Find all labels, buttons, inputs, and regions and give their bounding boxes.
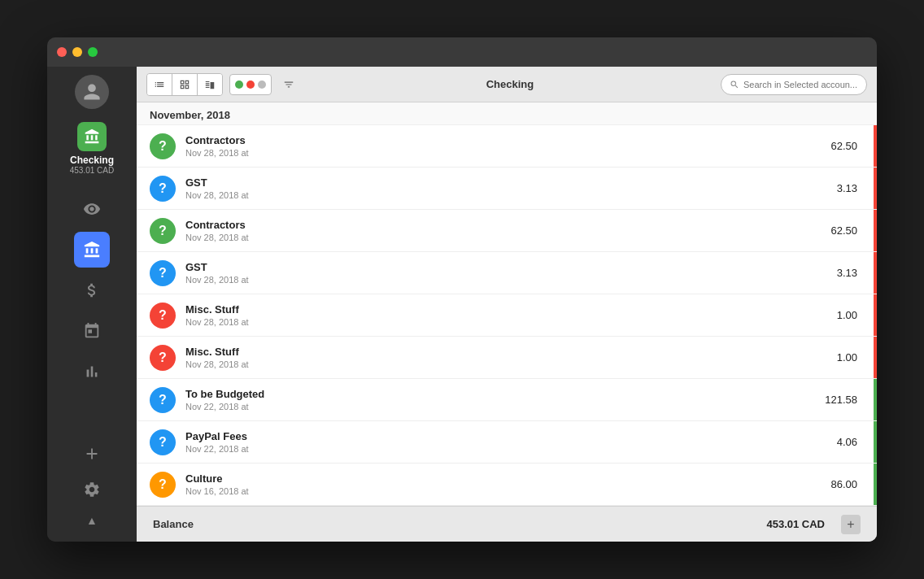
filter-dot-green[interactable] bbox=[235, 81, 243, 89]
transaction-name: To be Budgeted bbox=[185, 388, 825, 400]
transaction-row[interactable]: ?ContractorsNov 28, 2018 at62.50 bbox=[137, 125, 877, 168]
transaction-icon: ? bbox=[150, 218, 176, 244]
transaction-details: To be BudgetedNov 22, 2018 at bbox=[185, 388, 825, 411]
transaction-icon: ? bbox=[150, 303, 176, 329]
transaction-amount: 3.13 bbox=[837, 267, 857, 279]
transaction-icon: ? bbox=[150, 133, 176, 159]
avatar[interactable] bbox=[75, 75, 109, 109]
view-list-button[interactable] bbox=[147, 74, 172, 95]
transaction-status-bar bbox=[874, 168, 877, 209]
transaction-row[interactable]: ?ContractorsNov 28, 2018 at62.50 bbox=[137, 210, 877, 252]
transaction-amount: 86.00 bbox=[830, 478, 857, 490]
transaction-date: Nov 22, 2018 at bbox=[185, 402, 825, 411]
transaction-status-bar bbox=[874, 125, 877, 167]
nav-item-accounts[interactable] bbox=[74, 232, 110, 268]
transaction-details: CultureNov 16, 2018 at bbox=[185, 472, 830, 496]
transaction-details: ContractorsNov 28, 2018 at bbox=[185, 134, 830, 158]
status-filter-group bbox=[229, 74, 272, 95]
transaction-row[interactable]: ?Misc. StuffNov 28, 2018 at1.00 bbox=[137, 337, 877, 379]
balance-footer: Balance 453.01 CAD + bbox=[137, 506, 877, 542]
transaction-icon: ? bbox=[150, 176, 176, 202]
transaction-details: ContractorsNov 28, 2018 at bbox=[185, 219, 830, 242]
nav-item-coins[interactable] bbox=[74, 272, 110, 308]
transaction-status-bar bbox=[874, 421, 877, 463]
close-button[interactable] bbox=[57, 47, 67, 57]
filter-dot-gray[interactable] bbox=[258, 81, 266, 89]
filter-dot-red[interactable] bbox=[246, 81, 255, 89]
transaction-row[interactable]: ?GSTNov 28, 2018 at3.13 bbox=[137, 168, 877, 210]
balance-amount: 453.01 CAD bbox=[766, 518, 825, 530]
transaction-name: Misc. Stuff bbox=[185, 346, 837, 358]
view-grid-button[interactable] bbox=[172, 74, 198, 95]
settings-button[interactable] bbox=[77, 475, 107, 504]
transaction-amount: 3.13 bbox=[837, 182, 857, 194]
collapse-button[interactable]: ▲ bbox=[86, 514, 98, 527]
transaction-name: GST bbox=[185, 261, 837, 273]
account-balance: 453.01 CAD bbox=[70, 166, 114, 175]
transaction-status-bar bbox=[874, 464, 877, 505]
sidebar-bottom: ▲ bbox=[77, 439, 107, 533]
transaction-date: Nov 28, 2018 at bbox=[185, 190, 837, 200]
transaction-name: Contractors bbox=[185, 219, 830, 231]
transaction-name: Misc. Stuff bbox=[185, 303, 837, 316]
transaction-amount: 62.50 bbox=[830, 224, 857, 237]
transaction-date: Nov 28, 2018 at bbox=[185, 359, 837, 369]
month-header: November, 2018 bbox=[137, 102, 877, 125]
balance-label: Balance bbox=[153, 518, 766, 530]
transaction-row[interactable]: ?Misc. StuffNov 28, 2018 at1.00 bbox=[137, 294, 877, 337]
transaction-amount: 62.50 bbox=[830, 140, 857, 152]
account-icon[interactable] bbox=[77, 122, 107, 151]
search-input[interactable] bbox=[743, 80, 857, 89]
transaction-icon: ? bbox=[150, 345, 176, 371]
app-body: Checking 453.01 CAD bbox=[47, 67, 877, 542]
titlebar bbox=[47, 37, 877, 67]
transaction-icon: ? bbox=[150, 472, 176, 498]
transaction-details: Misc. StuffNov 28, 2018 at bbox=[185, 303, 837, 327]
transaction-amount: 1.00 bbox=[837, 351, 857, 364]
nav-item-eye[interactable] bbox=[74, 191, 110, 227]
transaction-row[interactable]: ?PayPal FeesNov 22, 2018 at4.06 bbox=[137, 421, 877, 464]
transaction-status-bar bbox=[874, 252, 877, 294]
view-toggle-group bbox=[146, 73, 223, 96]
sidebar: Checking 453.01 CAD bbox=[47, 67, 137, 542]
transaction-status-bar bbox=[874, 379, 877, 420]
sidebar-nav bbox=[74, 191, 110, 439]
filter-button[interactable] bbox=[278, 74, 299, 95]
transaction-date: Nov 16, 2018 at bbox=[185, 486, 830, 496]
transaction-details: GSTNov 28, 2018 at bbox=[185, 261, 837, 285]
transaction-date: Nov 28, 2018 at bbox=[185, 233, 830, 242]
transactions-list: November, 2018 ?ContractorsNov 28, 2018 … bbox=[137, 102, 877, 506]
transaction-status-bar bbox=[874, 337, 877, 378]
transaction-icon: ? bbox=[150, 429, 176, 455]
transaction-rows-container: ?ContractorsNov 28, 2018 at62.50?GSTNov … bbox=[137, 125, 877, 506]
transaction-status-bar bbox=[874, 210, 877, 251]
transaction-name: GST bbox=[185, 176, 837, 189]
maximize-button[interactable] bbox=[88, 47, 98, 57]
transaction-amount: 1.00 bbox=[837, 309, 857, 321]
nav-item-chart[interactable] bbox=[74, 354, 110, 390]
toolbar-title: Checking bbox=[306, 78, 714, 90]
account-section: Checking 453.01 CAD bbox=[70, 122, 114, 175]
transaction-status-bar bbox=[874, 294, 877, 336]
transaction-row[interactable]: ?CultureNov 16, 2018 at86.00 bbox=[137, 464, 877, 506]
nav-item-calendar[interactable] bbox=[74, 313, 110, 349]
transaction-date: Nov 28, 2018 at bbox=[185, 317, 837, 327]
transaction-details: GSTNov 28, 2018 at bbox=[185, 176, 837, 200]
search-box[interactable] bbox=[721, 74, 867, 95]
transaction-date: Nov 28, 2018 at bbox=[185, 275, 837, 285]
view-split-button[interactable] bbox=[198, 74, 222, 95]
transaction-details: Misc. StuffNov 28, 2018 at bbox=[185, 346, 837, 369]
toolbar: Checking bbox=[137, 67, 877, 102]
account-name: Checking bbox=[70, 155, 114, 166]
transaction-date: Nov 22, 2018 at bbox=[185, 444, 837, 454]
add-button[interactable] bbox=[77, 439, 107, 468]
main-window: Checking 453.01 CAD bbox=[47, 37, 877, 542]
transaction-row[interactable]: ?To be BudgetedNov 22, 2018 at121.58 bbox=[137, 379, 877, 421]
main-content: Checking November, 2018 ?ContractorsNov … bbox=[137, 67, 877, 542]
transaction-icon: ? bbox=[150, 387, 176, 413]
transaction-name: Culture bbox=[185, 472, 830, 485]
transaction-row[interactable]: ?GSTNov 28, 2018 at3.13 bbox=[137, 252, 877, 294]
transaction-name: PayPal Fees bbox=[185, 430, 837, 442]
add-transaction-button[interactable]: + bbox=[841, 515, 861, 534]
minimize-button[interactable] bbox=[72, 47, 82, 57]
